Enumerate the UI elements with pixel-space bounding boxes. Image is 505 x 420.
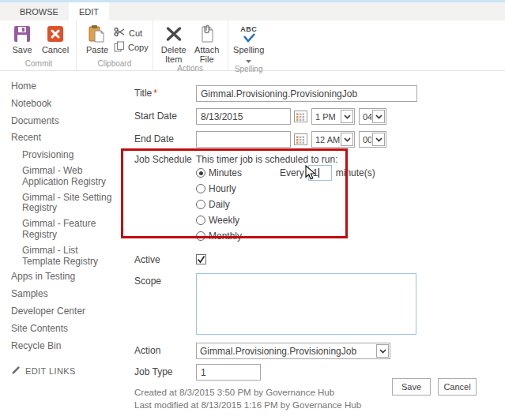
spelling-abc-check-icon: ABC	[240, 24, 257, 43]
chevron-down-icon	[341, 133, 353, 146]
delete-item-button[interactable]: Delete Item	[157, 24, 190, 64]
pencil-icon	[11, 366, 21, 377]
text-caret	[318, 168, 319, 178]
ribbon-tab-bar: BROWSE EDIT	[0, 2, 505, 21]
save-ribbon-button[interactable]: Save	[6, 24, 39, 54]
edit-form: Title* Start Date 1 PM 04	[126, 85, 505, 411]
tab-browse[interactable]: BROWSE	[9, 2, 69, 21]
attach-file-button[interactable]: Attach File	[190, 24, 224, 64]
cancel-button[interactable]: Cancel	[438, 378, 477, 396]
sidebar-item-developer-center[interactable]: Developer Center	[11, 306, 115, 317]
action-row: Action Gimmal.Provisioning.ProvisioningJ…	[134, 343, 505, 359]
save-button[interactable]: Save	[392, 378, 431, 396]
minutes-radio[interactable]	[196, 168, 205, 178]
paste-button[interactable]: Paste	[81, 24, 114, 54]
action-label: Action	[134, 343, 196, 359]
start-date-calendar-icon[interactable]	[294, 111, 307, 122]
end-date-label: End Date	[134, 131, 196, 148]
ribbon-group-spelling: ABC Spelling Spelling	[228, 21, 269, 70]
sidebar-item-recent[interactable]: Recent	[11, 133, 115, 144]
start-date-label: Start Date	[134, 108, 196, 125]
paste-clipboard-icon	[88, 24, 107, 43]
sidebar-item-provisioning[interactable]: Provisioning	[22, 150, 115, 161]
sharepoint-edit-form-window: BROWSE EDIT Save Cancel Commit	[0, 0, 505, 420]
tab-edit[interactable]: EDIT	[69, 2, 109, 21]
monthly-radio[interactable]	[196, 231, 205, 241]
daily-radio-label: Daily	[209, 199, 230, 210]
form-action-buttons: Save Cancel	[392, 378, 477, 396]
sidebar-item-apps-in-testing[interactable]: Apps in Testing	[11, 272, 115, 283]
action-select[interactable]: Gimmal.Provisioning.ProvisioningJob	[196, 343, 390, 359]
title-label: Title*	[134, 85, 196, 102]
group-label-clipboard: Clipboard	[81, 59, 149, 70]
job-schedule-description: This timer job is scheduled to run:	[196, 154, 375, 165]
active-row: Active	[134, 252, 505, 265]
save-floppy-icon	[13, 24, 31, 43]
sidebar-item-samples[interactable]: Samples	[11, 289, 115, 300]
every-label: Every	[280, 167, 304, 178]
cancel-ribbon-button[interactable]: Cancel	[39, 24, 72, 54]
every-minutes-input[interactable]: 1	[308, 165, 332, 181]
sidebar-item-home[interactable]: Home	[11, 81, 115, 92]
cut-button[interactable]: Cut	[114, 27, 149, 39]
end-hour-select[interactable]: 12 AM	[311, 131, 355, 148]
job-type-label: Job Type	[134, 364, 196, 381]
modified-info: Last modified at 8/13/2015 1:16 PM by Go…	[134, 399, 505, 412]
left-navigation: Home Notebook Documents Recent Provision…	[0, 81, 126, 377]
sidebar-item-web-application-registry[interactable]: Gimmal - Web Application Registry	[22, 166, 115, 188]
sidebar-item-notebook[interactable]: Notebook	[11, 99, 115, 110]
weekly-radio-label: Weekly	[209, 215, 239, 226]
start-hour-select[interactable]: 1 PM	[311, 108, 355, 125]
end-date-input[interactable]	[196, 131, 291, 148]
cut-scissors-icon	[114, 27, 126, 39]
end-date-row: End Date 12 AM 00	[134, 131, 505, 148]
ribbon-group-actions: Delete Item Attach File Actions	[153, 21, 228, 70]
edit-links-button[interactable]: EDIT LINKS	[11, 366, 126, 377]
ribbon-group-clipboard: Paste Cut Copy	[76, 21, 153, 70]
monthly-radio-label: Monthly	[209, 231, 242, 242]
sidebar-item-recycle-bin[interactable]: Recycle Bin	[11, 341, 115, 352]
title-row: Title*	[134, 85, 505, 102]
title-input[interactable]	[196, 85, 417, 102]
daily-radio[interactable]	[196, 200, 205, 209]
end-minute-select[interactable]: 00	[359, 131, 386, 148]
start-date-row: Start Date 1 PM 04	[134, 108, 505, 125]
chevron-down-icon	[372, 133, 385, 146]
chevron-down-icon	[341, 110, 353, 123]
scope-label: Scope	[134, 273, 196, 335]
job-type-input[interactable]	[196, 364, 261, 381]
start-date-input[interactable]	[196, 108, 291, 125]
chevron-down-icon	[372, 110, 385, 123]
copy-pages-icon	[114, 41, 125, 54]
scope-row: Scope	[134, 273, 505, 335]
cancel-x-icon	[47, 24, 64, 43]
job-schedule-label: Job Schedule	[134, 154, 196, 242]
group-label-spelling: Spelling	[232, 65, 266, 76]
attach-file-icon	[198, 24, 216, 43]
group-label-commit: Commit	[6, 59, 72, 70]
sidebar-item-feature-registry[interactable]: Gimmal - Feature Registry	[22, 219, 115, 241]
required-asterisk: *	[153, 88, 157, 99]
start-minute-select[interactable]: 04	[359, 108, 386, 125]
delete-x-icon	[164, 24, 183, 43]
minutes-radio-label: Minutes	[209, 167, 242, 178]
weekly-radio[interactable]	[196, 216, 205, 225]
minutes-unit-label: minute(s)	[336, 167, 375, 178]
chevron-down-icon	[376, 344, 389, 358]
sidebar-item-site-contents[interactable]: Site Contents	[11, 324, 115, 335]
hourly-radio[interactable]	[196, 184, 205, 193]
scope-textarea[interactable]	[196, 273, 416, 335]
hourly-radio-label: Hourly	[209, 183, 236, 194]
spelling-dropdown-arrow-icon	[246, 55, 251, 65]
end-date-calendar-icon[interactable]	[294, 133, 307, 145]
ribbon-group-commit: Save Cancel Commit	[2, 21, 76, 70]
sidebar-item-site-setting-registry[interactable]: Gimmal - Site Setting Registry	[22, 193, 115, 215]
active-checkbox[interactable]	[196, 254, 206, 264]
job-schedule-row: Job Schedule This timer job is scheduled…	[134, 154, 505, 242]
copy-button[interactable]: Copy	[114, 41, 149, 53]
ribbon: Save Cancel Commit Paste	[0, 21, 505, 71]
sidebar-item-list-template-registry[interactable]: Gimmal - List Template Registry	[22, 246, 115, 268]
sidebar-item-documents[interactable]: Documents	[11, 116, 115, 127]
spelling-button[interactable]: ABC Spelling	[232, 24, 266, 65]
active-label: Active	[134, 252, 196, 265]
